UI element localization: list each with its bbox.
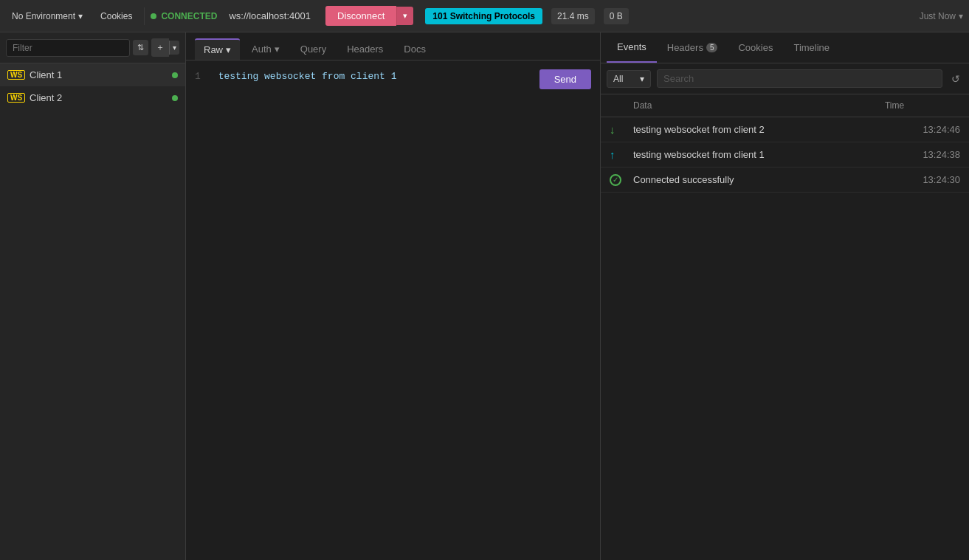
disconnect-button[interactable]: Disconnect — [325, 6, 396, 26]
perf-size-badge: 0 B — [604, 8, 629, 24]
event-indicator-cell: ✓ — [601, 167, 624, 193]
table-row: ✓ Connected successfully 13:24:30 — [601, 167, 969, 193]
websocket-url[interactable]: ws://localhost:4001 — [223, 10, 317, 21]
events-table: Data Time ↓ testing websocket from clien… — [601, 94, 969, 193]
client1-connected-dot — [172, 72, 178, 78]
editor-area: Send 1 testing websocket from client 1 — [186, 61, 600, 560]
send-button[interactable]: Send — [539, 69, 591, 89]
event-time-cell: 13:24:46 — [876, 117, 969, 142]
status-badge: 101 Switching Protocols — [425, 8, 542, 24]
outgoing-arrow-icon: ↑ — [610, 148, 615, 161]
ws-badge: WS — [7, 93, 25, 103]
right-tab-bar: Events Headers5 Cookies Timeline — [601, 32, 969, 63]
col-data: Data — [624, 94, 876, 117]
disconnect-dropdown-button[interactable]: ▾ — [396, 7, 413, 25]
chevron-down-icon: ▾ — [275, 44, 280, 55]
events-search-input[interactable] — [657, 69, 942, 88]
tab-auth[interactable]: Auth ▾ — [243, 39, 289, 59]
tab-response-headers[interactable]: Headers5 — [657, 33, 728, 62]
environment-label: No Environment — [12, 11, 75, 21]
tab-raw[interactable]: Raw ▾ — [195, 38, 240, 60]
event-time-cell: 13:24:38 — [876, 142, 969, 167]
right-panel: Events Headers5 Cookies Timeline All ▾ ↺ — [600, 32, 969, 560]
tab-cookies[interactable]: Cookies — [728, 33, 783, 62]
top-bar: No Environment ▾ Cookies CONNECTED ws://… — [0, 0, 969, 32]
sidebar-item-client2[interactable]: WS Client 2 — [0, 86, 185, 109]
col-time: Time — [876, 94, 969, 117]
tab-headers[interactable]: Headers — [338, 39, 392, 59]
client2-label: Client 2 — [30, 92, 168, 103]
tab-query[interactable]: Query — [292, 39, 335, 59]
event-data-cell: testing websocket from client 2 — [624, 117, 876, 142]
event-indicator-cell: ↓ — [601, 117, 624, 142]
ws-badge: WS — [7, 70, 25, 80]
connected-label: CONNECTED — [161, 11, 217, 21]
line-number: 1 — [195, 71, 201, 82]
tab-timeline[interactable]: Timeline — [783, 33, 840, 62]
editor-content[interactable]: 1 testing websocket from client 1 — [195, 69, 591, 551]
event-data-cell: Connected successfully — [624, 167, 876, 193]
sidebar: ⇅ ＋ ▾ WS Client 1 WS Client 2 — [0, 32, 186, 560]
clear-search-button[interactable]: ↺ — [948, 72, 963, 86]
sidebar-item-client1[interactable]: WS Client 1 — [0, 63, 185, 86]
editor-code: testing websocket from client 1 — [218, 71, 397, 82]
chevron-down-icon: ▾ — [959, 11, 963, 21]
table-row: ↓ testing websocket from client 2 13:24:… — [601, 117, 969, 142]
event-time-cell: 13:24:30 — [876, 167, 969, 193]
chevron-down-icon: ▾ — [640, 74, 644, 84]
tab-events[interactable]: Events — [607, 32, 657, 63]
disconnect-button-group: Disconnect ▾ — [325, 6, 413, 26]
add-client-button[interactable]: ＋ — [151, 38, 169, 57]
top-divider — [144, 7, 145, 25]
events-filter-row: All ▾ ↺ — [601, 63, 969, 94]
connection-status: CONNECTED — [151, 11, 217, 21]
filter-direction-button[interactable]: ⇅ — [133, 40, 148, 55]
add-client-dropdown-button[interactable]: ▾ — [169, 41, 179, 55]
incoming-arrow-icon: ↓ — [610, 123, 615, 136]
col-indicator — [601, 94, 624, 117]
sidebar-filter-bar: ⇅ ＋ ▾ — [0, 32, 185, 63]
filter-input[interactable] — [6, 39, 130, 57]
environment-selector[interactable]: No Environment ▾ — [6, 8, 89, 24]
client1-label: Client 1 — [30, 69, 168, 80]
add-client-button-group: ＋ ▾ — [151, 38, 179, 57]
chevron-down-icon: ▾ — [78, 11, 83, 21]
center-panel: Raw ▾ Auth ▾ Query Headers Docs Send 1 — [186, 32, 600, 560]
timestamp: Just Now ▾ — [920, 11, 963, 21]
event-indicator-cell: ↑ — [601, 142, 624, 167]
perf-ms-badge: 21.4 ms — [551, 8, 595, 24]
editor-line-1: 1 testing websocket from client 1 — [195, 69, 591, 85]
event-data-cell: testing websocket from client 1 — [624, 142, 876, 167]
cookies-button[interactable]: Cookies — [94, 8, 138, 24]
headers-count-badge: 5 — [706, 43, 718, 52]
all-filter-label: All — [613, 74, 623, 84]
event-type-filter[interactable]: All ▾ — [607, 70, 651, 88]
chevron-down-icon: ▾ — [226, 44, 231, 55]
events-table-header-row: Data Time — [601, 94, 969, 117]
connected-arrow-icon: ✓ — [610, 174, 621, 186]
client2-connected-dot — [172, 95, 178, 101]
main-layout: ⇅ ＋ ▾ WS Client 1 WS Client 2 Raw ▾ Auth — [0, 32, 969, 560]
connected-dot-icon — [151, 13, 156, 19]
table-row: ↑ testing websocket from client 1 13:24:… — [601, 142, 969, 167]
timestamp-label: Just Now — [920, 11, 956, 21]
tab-docs[interactable]: Docs — [395, 39, 435, 59]
center-tab-bar: Raw ▾ Auth ▾ Query Headers Docs — [186, 32, 600, 61]
